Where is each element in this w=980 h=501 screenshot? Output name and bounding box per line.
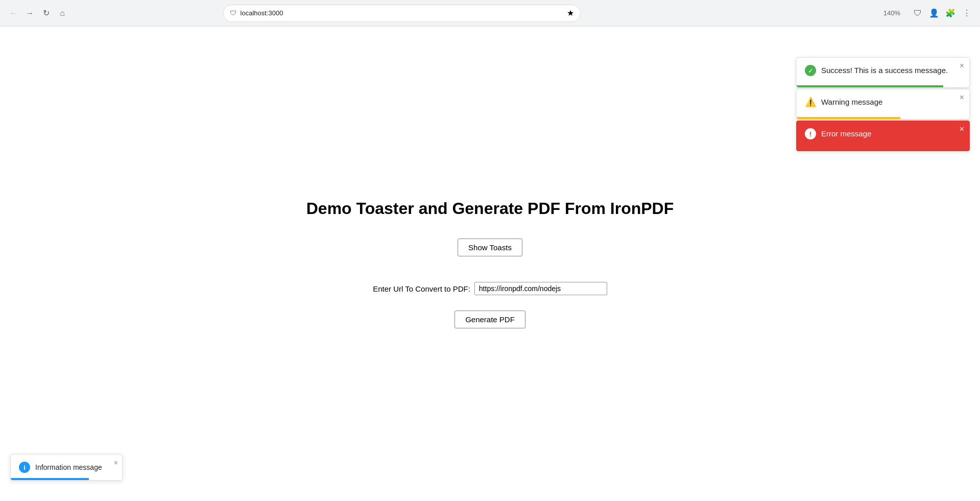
success-toast-progress — [797, 85, 943, 87]
forward-button[interactable]: → — [22, 6, 37, 20]
success-icon: ✓ — [805, 65, 816, 76]
success-toast-close-button[interactable]: × — [960, 62, 964, 70]
reload-button[interactable]: ↻ — [39, 6, 53, 20]
zoom-level: 140% — [883, 9, 906, 17]
url-text: localhost:3000 — [241, 9, 563, 17]
warning-toast: ⚠️ Warning message × — [796, 89, 970, 120]
error-toast-body: ! Error message — [805, 128, 951, 147]
nav-buttons: ← → ↻ ⌂ — [6, 6, 69, 20]
info-toast-container: i Information message × — [10, 454, 123, 481]
main-content: Demo Toaster and Generate PDF From IronP… — [0, 27, 980, 501]
browser-chrome: ← → ↻ ⌂ 🛡 localhost:3000 ★ 140% 🛡 👤 🧩 ⋮ — [0, 0, 980, 27]
warning-toast-message: Warning message — [821, 97, 882, 107]
url-input-row: Enter Url To Convert to PDF: — [373, 282, 607, 295]
success-toast-message: Success! This is a success message. — [821, 65, 948, 76]
toast-container: ✓ Success! This is a success message. × … — [796, 57, 970, 152]
generate-pdf-button[interactable]: Generate PDF — [455, 311, 525, 328]
menu-icon[interactable]: ⋮ — [960, 6, 974, 20]
success-toast-body: ✓ Success! This is a success message. — [805, 65, 951, 83]
extensions-icon[interactable]: 🧩 — [943, 6, 958, 20]
error-toast-message: Error message — [821, 128, 871, 139]
warning-toast-body: ⚠️ Warning message — [805, 97, 951, 115]
star-icon[interactable]: ★ — [567, 8, 574, 18]
warning-icon: ⚠️ — [805, 97, 816, 108]
error-icon: ! — [805, 128, 816, 139]
warning-toast-progress — [797, 117, 900, 119]
info-toast-message: Information message — [35, 463, 102, 471]
shield-icon: 🛡 — [230, 9, 236, 17]
account-icon[interactable]: 👤 — [927, 6, 941, 20]
error-toast-close-button[interactable]: × — [960, 125, 964, 133]
info-icon: i — [19, 462, 30, 473]
shield-menu-icon[interactable]: 🛡 — [911, 6, 925, 20]
error-toast: ! Error message × — [796, 121, 970, 151]
browser-menu-icons: 🛡 👤 🧩 ⋮ — [911, 6, 974, 20]
home-button[interactable]: ⌂ — [55, 6, 69, 20]
info-toast-progress — [11, 478, 89, 480]
url-input[interactable] — [474, 282, 607, 295]
address-bar[interactable]: 🛡 localhost:3000 ★ — [223, 5, 581, 22]
url-label: Enter Url To Convert to PDF: — [373, 284, 470, 293]
info-toast-body: i Information message — [19, 462, 104, 473]
warning-toast-close-button[interactable]: × — [960, 93, 964, 102]
success-toast: ✓ Success! This is a success message. × — [796, 57, 970, 88]
info-toast-close-button[interactable]: × — [114, 459, 118, 467]
page-title: Demo Toaster and Generate PDF From IronP… — [306, 199, 674, 218]
info-toast: i Information message × — [10, 454, 123, 481]
show-toasts-button[interactable]: Show Toasts — [458, 238, 522, 256]
back-button[interactable]: ← — [6, 6, 20, 20]
